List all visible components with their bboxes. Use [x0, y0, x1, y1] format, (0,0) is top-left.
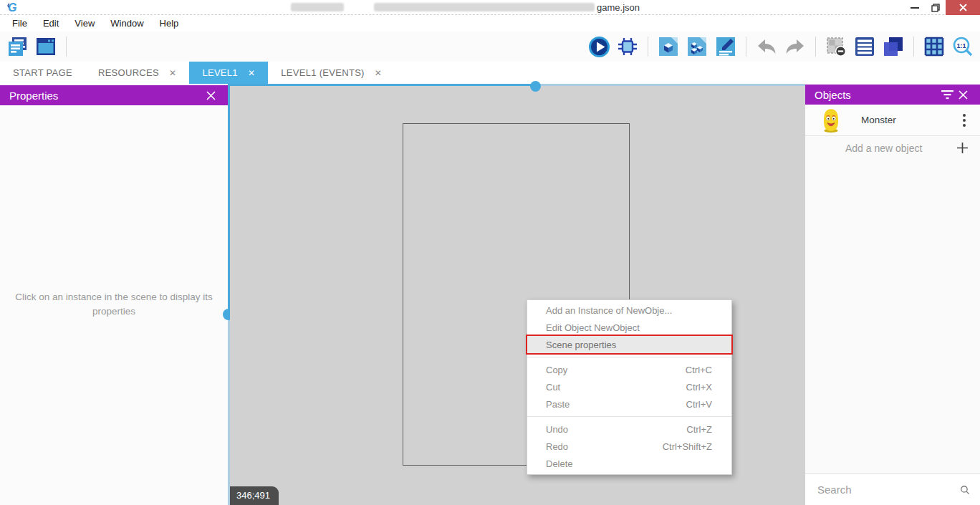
zoom-original-button[interactable]: 1:1 [951, 35, 974, 58]
close-icon [959, 4, 967, 11]
window-title: game.json [597, 2, 640, 13]
preview-play-button[interactable] [587, 35, 610, 58]
menu-item-delete[interactable]: Delete [527, 455, 731, 472]
menu-window[interactable]: Window [102, 16, 151, 31]
object-row-monster[interactable]: Monster [805, 105, 980, 136]
menu-item-label: Copy [546, 365, 567, 375]
add-object-label: Add a new object [845, 143, 922, 154]
menu-file[interactable]: File [4, 16, 35, 31]
tab-level1[interactable]: LEVEL1 ✕ [189, 62, 268, 84]
toolbar-separator [66, 37, 67, 57]
menu-item-label: Undo [546, 424, 568, 435]
add-object-row[interactable]: Add a new object [805, 136, 980, 160]
layers-editor-button[interactable] [882, 35, 905, 58]
menu-item-cut[interactable]: Cut Ctrl+X [527, 378, 731, 395]
tab-start-page[interactable]: START PAGE [0, 62, 85, 84]
add-object-button[interactable] [954, 140, 970, 156]
tab-label: START PAGE [13, 67, 72, 78]
objects-panel: Objects Monster [805, 84, 980, 505]
scene-properties-editor-icon [715, 36, 736, 57]
menu-item-shortcut: Ctrl+V [686, 399, 712, 410]
menu-edit[interactable]: Edit [35, 16, 67, 31]
menu-help[interactable]: Help [152, 16, 187, 31]
tab-close-icon[interactable]: ✕ [169, 69, 176, 77]
properties-close-button[interactable] [203, 87, 218, 103]
context-menu: Add an Instance of NewObje... Edit Objec… [527, 299, 732, 475]
menu-separator [527, 416, 731, 417]
menu-item-paste[interactable]: Paste Ctrl+V [527, 395, 731, 413]
object-groups-editor-button[interactable] [686, 35, 708, 58]
menu-item-label: Edit Object NewObject [546, 322, 640, 333]
instances-list-button[interactable] [853, 35, 876, 58]
menu-item-shortcut: Ctrl+Shift+Z [663, 441, 712, 452]
tab-close-icon[interactable]: ✕ [375, 69, 382, 77]
restore-button[interactable] [926, 0, 946, 15]
zoom-1-1-icon: 1:1 [952, 36, 974, 57]
properties-empty-message: Click on an instance in the scene to dis… [6, 290, 221, 318]
scene-properties-editor-button[interactable] [714, 35, 737, 58]
menu-item-scene-properties[interactable]: Scene properties [527, 336, 731, 353]
panel-divider-horizontal [230, 84, 805, 86]
menu-item-redo[interactable]: Redo Ctrl+Shift+Z [527, 438, 731, 455]
menu-item-copy[interactable]: Copy Ctrl+C [527, 361, 731, 378]
redo-icon [785, 37, 805, 56]
toolbar-separator [913, 37, 914, 57]
close-icon [206, 90, 216, 101]
undo-button[interactable] [755, 35, 778, 58]
menu-separator [527, 357, 731, 357]
plus-icon [956, 142, 969, 154]
objects-panel-title: Objects [815, 89, 851, 101]
start-page-button[interactable] [34, 35, 57, 58]
project-manager-icon [6, 36, 28, 57]
tab-label: RESOURCES [98, 67, 159, 78]
menu-item-label: Paste [546, 399, 570, 410]
debug-icon [617, 36, 638, 57]
search-input[interactable] [817, 484, 960, 496]
redacted-path-text [374, 3, 595, 11]
toggle-grid-button[interactable] [923, 35, 946, 58]
menu-item-shortcut: Ctrl+Z [686, 424, 712, 435]
tabbar: START PAGE RESOURCES ✕ LEVEL1 ✕ LEVEL1 (… [0, 62, 980, 84]
menu-item-label: Cut [546, 382, 560, 393]
menu-view[interactable]: View [67, 16, 102, 31]
menu-item-add-instance[interactable]: Add an Instance of NewObje... [527, 302, 731, 319]
tab-level1-events[interactable]: LEVEL1 (EVENTS) ✕ [268, 62, 395, 84]
properties-panel: Properties Click on an instance in the s… [0, 84, 228, 505]
grid-icon [923, 36, 945, 57]
properties-panel-title: Properties [9, 90, 58, 102]
minimize-button[interactable] [904, 0, 926, 15]
debug-button[interactable] [616, 35, 639, 58]
menubar: File Edit View Window Help [0, 15, 980, 32]
start-page-icon [35, 36, 57, 57]
objects-editor-button[interactable] [657, 35, 680, 58]
close-icon [958, 90, 969, 100]
object-options-button[interactable] [957, 111, 971, 130]
properties-panel-header: Properties [0, 85, 228, 105]
toolbar: 1:1 [0, 32, 980, 62]
layers-icon [883, 36, 904, 57]
project-manager-button[interactable] [6, 35, 29, 58]
svg-text:G: G [8, 1, 16, 14]
tab-close-icon[interactable]: ✕ [248, 69, 255, 77]
window-titlebar: G game.json [0, 0, 980, 15]
svg-text:1:1: 1:1 [956, 42, 966, 49]
tab-resources[interactable]: RESOURCES ✕ [85, 62, 189, 84]
preview-play-icon [588, 36, 610, 58]
menu-item-label: Redo [546, 441, 568, 452]
filter-icon [941, 90, 953, 100]
objects-panel-header: Objects [805, 85, 980, 105]
objects-close-button[interactable] [955, 87, 971, 102]
redo-button[interactable] [784, 35, 807, 58]
menu-item-shortcut: Ctrl+C [686, 365, 712, 375]
menu-item-edit-object[interactable]: Edit Object NewObject [527, 319, 731, 336]
objects-editor-icon [658, 36, 679, 57]
restore-icon [931, 4, 940, 12]
tab-label: LEVEL1 [202, 67, 238, 78]
menu-item-undo[interactable]: Undo Ctrl+Z [527, 420, 731, 438]
cursor-coordinates: 346;491 [230, 486, 279, 505]
panel-resize-handle[interactable] [530, 81, 541, 92]
objects-filter-button[interactable] [939, 87, 955, 102]
instances-list-icon [854, 36, 875, 57]
toggle-instances-mask-button[interactable] [825, 35, 847, 58]
close-button[interactable] [946, 0, 980, 15]
